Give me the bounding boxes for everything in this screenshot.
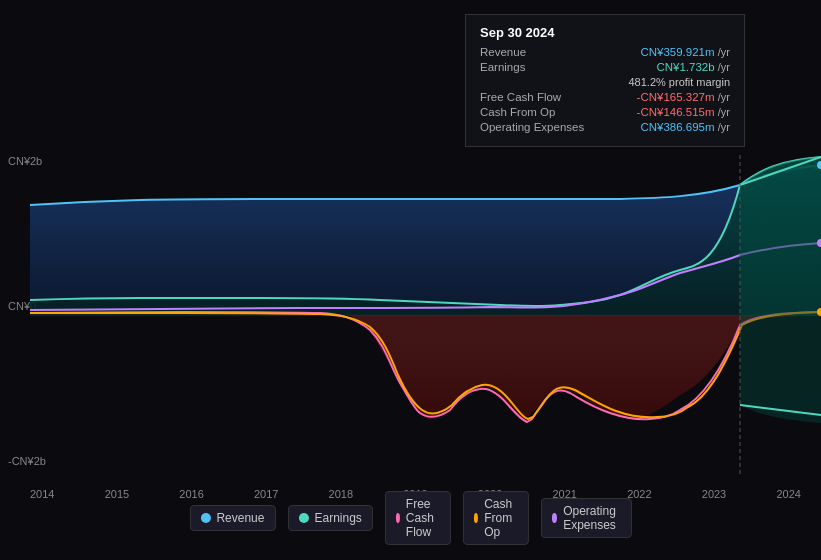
tooltip-cfo-value: -CN¥146.515m /yr bbox=[637, 106, 730, 118]
legend-fcf-label: Free Cash Flow bbox=[406, 497, 440, 539]
legend-opex[interactable]: Operating Expenses bbox=[541, 498, 632, 538]
x-label-2024: 2024 bbox=[776, 488, 800, 500]
legend-cfo[interactable]: Cash From Op bbox=[463, 491, 529, 545]
tooltip-opex-label: Operating Expenses bbox=[480, 121, 584, 133]
tooltip-fcf-row: Free Cash Flow -CN¥165.327m /yr bbox=[480, 91, 730, 103]
legend-earnings[interactable]: Earnings bbox=[287, 505, 372, 531]
tooltip-panel: Sep 30 2024 Revenue CN¥359.921m /yr Earn… bbox=[465, 14, 745, 147]
tooltip-opex-row: Operating Expenses CN¥386.695m /yr bbox=[480, 121, 730, 133]
legend-revenue-label: Revenue bbox=[216, 511, 264, 525]
tooltip-profit-margin-value: 481.2% profit margin bbox=[629, 76, 731, 88]
x-label-2014: 2014 bbox=[30, 488, 54, 500]
tooltip-revenue-row: Revenue CN¥359.921m /yr bbox=[480, 46, 730, 58]
tooltip-fcf-value: -CN¥165.327m /yr bbox=[637, 91, 730, 103]
revenue-dot-legend bbox=[200, 513, 210, 523]
chart-svg bbox=[0, 155, 821, 475]
tooltip-revenue-value: CN¥359.921m /yr bbox=[640, 46, 730, 58]
x-label-2015: 2015 bbox=[105, 488, 129, 500]
opex-dot-legend bbox=[552, 513, 557, 523]
tooltip-cfo-label: Cash From Op bbox=[480, 106, 555, 118]
legend-fcf[interactable]: Free Cash Flow bbox=[385, 491, 451, 545]
tooltip-revenue-label: Revenue bbox=[480, 46, 526, 58]
tooltip-profit-margin-row: 481.2% profit margin bbox=[480, 76, 730, 88]
legend: Revenue Earnings Free Cash Flow Cash Fro… bbox=[189, 491, 631, 545]
legend-earnings-label: Earnings bbox=[314, 511, 361, 525]
legend-cfo-label: Cash From Op bbox=[484, 497, 518, 539]
cfo-dot-legend bbox=[474, 513, 478, 523]
tooltip-fcf-label: Free Cash Flow bbox=[480, 91, 561, 103]
tooltip-earnings-label: Earnings bbox=[480, 61, 525, 73]
tooltip-date: Sep 30 2024 bbox=[480, 25, 730, 40]
tooltip-earnings-row: Earnings CN¥1.732b /yr bbox=[480, 61, 730, 73]
tooltip-cfo-row: Cash From Op -CN¥146.515m /yr bbox=[480, 106, 730, 118]
x-label-2023: 2023 bbox=[702, 488, 726, 500]
earnings-dot-legend bbox=[298, 513, 308, 523]
legend-opex-label: Operating Expenses bbox=[563, 504, 620, 532]
tooltip-earnings-value: CN¥1.732b /yr bbox=[656, 61, 730, 73]
fcf-dot-legend bbox=[396, 513, 400, 523]
main-container: Sep 30 2024 Revenue CN¥359.921m /yr Earn… bbox=[0, 0, 821, 560]
legend-revenue[interactable]: Revenue bbox=[189, 505, 275, 531]
tooltip-opex-value: CN¥386.695m /yr bbox=[640, 121, 730, 133]
